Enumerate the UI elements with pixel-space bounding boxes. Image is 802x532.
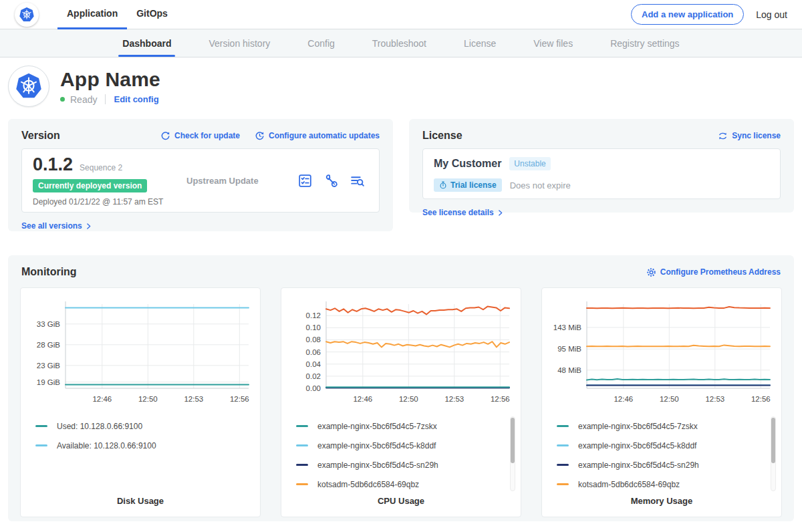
license-panel: My Customer Unstable Trial license Does …	[422, 148, 781, 199]
legend-item[interactable]: kotsadm-5db6dc6584-69qbz	[557, 475, 764, 494]
sync-license-label: Sync license	[732, 131, 781, 140]
deployed-timestamp: Deployed 01/21/22 @ 11:57 am EST	[33, 197, 186, 207]
edit-config-link[interactable]: Edit config	[114, 94, 158, 104]
topnav-tabs: Application GitOps	[57, 0, 177, 29]
version-number: 0.1.2	[33, 154, 73, 175]
ready-status-dot	[60, 97, 65, 102]
svg-text:143 MiB: 143 MiB	[553, 323, 582, 331]
legend-swatch	[557, 483, 569, 485]
see-license-details-label: See license details	[422, 208, 494, 217]
auto-update-clock-icon	[255, 131, 265, 141]
trial-license-badge: Trial license	[434, 178, 502, 192]
legend-label: kotsadm-5db6dc6584-69qbz	[317, 480, 419, 489]
kubernetes-logo[interactable]	[15, 3, 39, 27]
divider	[105, 94, 106, 104]
legend-label: kotsadm-5db6dc6584-69qbz	[578, 480, 680, 489]
disk-usage-legend: Used: 10.128.0.66:9100Available: 10.128.…	[21, 415, 260, 495]
legend-swatch	[296, 444, 308, 446]
preflight-checks-icon[interactable]	[297, 172, 313, 189]
tab-dashboard[interactable]: Dashboard	[122, 38, 171, 49]
version-source-label: Upstream Update	[186, 176, 297, 186]
add-application-button[interactable]: Add a new application	[631, 4, 744, 25]
gear-icon	[646, 267, 656, 277]
svg-text:12:46: 12:46	[614, 395, 633, 403]
see-all-versions-label: See all versions	[21, 221, 82, 231]
channel-badge: Unstable	[509, 157, 550, 170]
svg-text:0.02: 0.02	[306, 372, 321, 380]
logout-link[interactable]: Log out	[756, 9, 787, 20]
topnav-tab-label: GitOps	[136, 8, 168, 19]
stopwatch-icon	[439, 181, 447, 189]
sync-license-link[interactable]: Sync license	[718, 131, 781, 141]
tab-version-history[interactable]: Version history	[209, 38, 270, 49]
svg-text:12:53: 12:53	[444, 395, 464, 403]
top-navbar: Application GitOps Add a new application…	[0, 0, 802, 29]
chart-cards-row: 19 GiB23 GiB28 GiB33 GiB12:4612:5012:531…	[20, 287, 782, 517]
legend-item[interactable]: Used: 10.128.0.66:9100	[35, 416, 243, 436]
license-expiry: Does not expire	[510, 180, 571, 190]
memory-usage-card: 48 MiB95 MiB143 MiB12:4612:5012:5312:56 …	[541, 287, 782, 517]
check-for-update-link[interactable]: Check for update	[160, 131, 240, 141]
see-license-details-link[interactable]: See license details	[422, 208, 504, 217]
chart-title: CPU Usage	[281, 496, 521, 506]
topnav-right: Add a new application Log out	[631, 4, 787, 25]
configure-automatic-updates-link[interactable]: Configure automatic updates	[255, 131, 380, 141]
tab-registry-settings[interactable]: Registry settings	[610, 38, 679, 49]
cpu-usage-legend: example-nginx-5bc6f5d4c5-7zskxexample-ng…	[281, 415, 521, 495]
svg-text:28 GiB: 28 GiB	[37, 341, 60, 349]
sync-icon	[718, 131, 728, 141]
svg-text:12:46: 12:46	[353, 395, 372, 403]
chevron-right-icon	[497, 209, 504, 217]
legend-item[interactable]: Available: 10.128.0.66:9100	[35, 436, 243, 455]
page-title: App Name	[60, 68, 160, 91]
memory-usage-chart: 48 MiB95 MiB143 MiB12:4612:5012:5312:56	[547, 297, 777, 408]
legend-scrollbar-thumb[interactable]	[771, 418, 775, 463]
deploy-logs-icon[interactable]	[349, 172, 366, 189]
legend-scrollbar-track[interactable]	[510, 416, 515, 491]
svg-text:48 MiB: 48 MiB	[557, 366, 581, 374]
legend-item[interactable]: example-nginx-5bc6f5d4c5-k8ddf	[296, 436, 503, 455]
legend-label: Used: 10.128.0.66:9100	[57, 422, 142, 431]
svg-text:12:50: 12:50	[399, 395, 418, 403]
tab-config[interactable]: Config	[307, 38, 334, 49]
svg-text:0.12: 0.12	[306, 311, 321, 319]
legend-swatch	[557, 464, 569, 466]
check-for-update-label: Check for update	[174, 131, 240, 140]
customer-name: My Customer	[434, 158, 501, 170]
legend-scrollbar-track[interactable]	[771, 416, 776, 491]
legend-item[interactable]: example-nginx-5bc6f5d4c5-7zskx	[296, 416, 503, 436]
topnav-tab-gitops[interactable]: GitOps	[127, 0, 177, 29]
license-card: License Sync license My Customer Unstabl…	[409, 119, 794, 213]
legend-label: example-nginx-5bc6f5d4c5-7zskx	[578, 422, 698, 431]
legend-item[interactable]: example-nginx-5bc6f5d4c5-sn29h	[296, 455, 503, 475]
legend-swatch	[557, 444, 569, 446]
legend-item[interactable]: example-nginx-5bc6f5d4c5-7zskx	[557, 416, 764, 436]
deployed-version-badge: Currently deployed version	[33, 179, 147, 192]
refresh-icon	[160, 131, 170, 141]
config-wrench-icon[interactable]	[323, 172, 340, 189]
version-sequence: Sequence 2	[80, 163, 122, 172]
legend-swatch	[35, 425, 47, 427]
legend-swatch	[296, 425, 308, 427]
tab-license[interactable]: License	[464, 38, 496, 49]
svg-text:12:56: 12:56	[751, 395, 771, 403]
legend-swatch	[296, 464, 308, 466]
svg-text:0.00: 0.00	[306, 384, 321, 392]
cpu-usage-chart: 0.000.020.040.060.080.100.1212:4612:5012…	[286, 297, 516, 408]
legend-item[interactable]: example-nginx-5bc6f5d4c5-sn29h	[557, 455, 764, 475]
svg-text:33 GiB: 33 GiB	[37, 320, 60, 328]
svg-text:95 MiB: 95 MiB	[557, 345, 581, 353]
configure-prometheus-link[interactable]: Configure Prometheus Address	[646, 267, 781, 277]
chevron-right-icon	[85, 223, 92, 230]
legend-scrollbar-thumb[interactable]	[511, 418, 515, 463]
kubernetes-app-icon	[15, 72, 43, 100]
chart-title: Memory Usage	[542, 496, 781, 506]
legend-item[interactable]: example-nginx-5bc6f5d4c5-k8ddf	[557, 436, 764, 455]
svg-text:0.08: 0.08	[306, 336, 321, 344]
legend-item[interactable]: kotsadm-5db6dc6584-69qbz	[296, 475, 503, 494]
topnav-tab-application[interactable]: Application	[57, 0, 127, 29]
tab-troubleshoot[interactable]: Troubleshoot	[372, 38, 426, 49]
tab-view-files[interactable]: View files	[533, 38, 573, 49]
see-all-versions-link[interactable]: See all versions	[21, 221, 92, 231]
legend-swatch	[296, 483, 308, 485]
